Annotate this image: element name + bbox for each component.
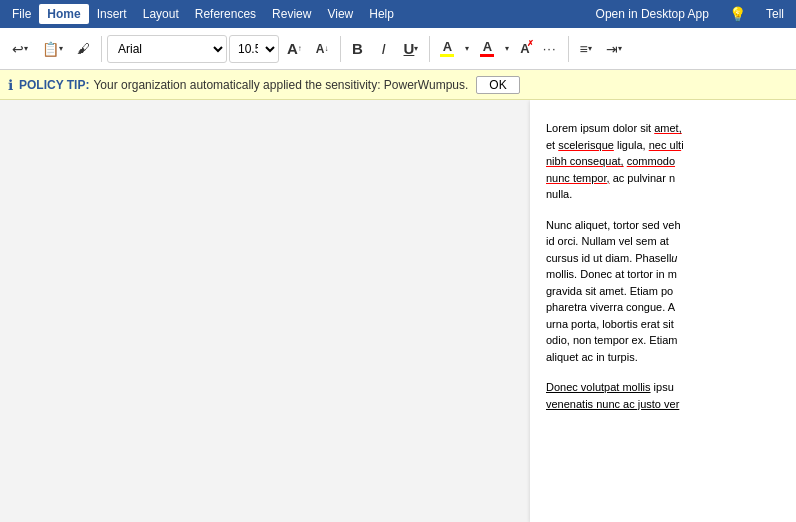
indent-button[interactable]: ⇥ ▾ xyxy=(600,34,628,64)
color-group: A ▾ A ▾ A✗ ··· xyxy=(435,34,562,64)
underline-dropdown[interactable]: ▾ xyxy=(414,44,418,53)
italic-button[interactable]: I xyxy=(372,34,396,64)
policy-tip-message: Your organization automatically applied … xyxy=(93,78,468,92)
underline-button[interactable]: U ▾ xyxy=(398,34,425,64)
font-color-letter-icon: A xyxy=(483,40,492,53)
clipboard-dropdown-icon[interactable]: ▾ xyxy=(59,44,63,53)
sep1 xyxy=(101,36,102,62)
toolbar: ↩ ▾ 📋 ▾ 🖌 Arial 10.5 A ↑ A ↓ B xyxy=(0,28,796,70)
menu-layout[interactable]: Layout xyxy=(135,4,187,24)
size-up-arrow: ↑ xyxy=(298,44,302,53)
menu-insert[interactable]: Insert xyxy=(89,4,135,24)
menu-home[interactable]: Home xyxy=(39,4,88,24)
list-button[interactable]: ≡ ▾ xyxy=(574,34,598,64)
bold-icon: B xyxy=(352,40,363,57)
text-cut1: i xyxy=(681,139,683,151)
bold-button[interactable]: B xyxy=(346,34,370,64)
clipboard-button[interactable]: 📋 ▾ xyxy=(36,34,69,64)
font-color-dropdown-button[interactable]: ▾ xyxy=(501,34,513,64)
policy-ok-button[interactable]: OK xyxy=(476,76,519,94)
underlined-text-commodo: commodo xyxy=(627,155,675,167)
menu-right-area: Open in Desktop App 💡 Tell xyxy=(588,3,792,25)
document-page[interactable]: Lorem ipsum dolor sit amet, et scelerisq… xyxy=(530,100,796,522)
highlight-chevron-icon: ▾ xyxy=(465,44,469,53)
tell-me-btn[interactable]: Tell xyxy=(758,4,792,24)
clear-format-button[interactable]: A✗ xyxy=(515,34,534,64)
menu-file[interactable]: File xyxy=(4,4,39,24)
document-area: Lorem ipsum dolor sit amet, et scelerisq… xyxy=(0,100,796,522)
sep4 xyxy=(568,36,569,62)
menu-bar: File Home Insert Layout References Revie… xyxy=(0,0,796,28)
more-icon: ··· xyxy=(543,41,557,56)
more-button[interactable]: ··· xyxy=(537,34,563,64)
underlined-donec: Donec volutpat mollis xyxy=(546,381,651,393)
undo-redo-group: ↩ ▾ 📋 ▾ 🖌 xyxy=(6,34,96,64)
undo-dropdown-icon[interactable]: ▾ xyxy=(24,44,28,53)
underlined-text-nec: nec ult xyxy=(649,139,681,151)
underline-icon: U xyxy=(404,40,415,57)
underlined-text-amet: amet, xyxy=(654,122,682,134)
underlined-text-nibh: nibh consequat, xyxy=(546,155,624,167)
indent-icon: ⇥ xyxy=(606,41,618,57)
menu-view[interactable]: View xyxy=(319,4,361,24)
size-down-arrow: ↓ xyxy=(325,44,329,53)
underlined-text-nunc: nunc tempor, xyxy=(546,172,610,184)
clear-format-icon: A✗ xyxy=(520,42,529,55)
clipboard-icon: 📋 xyxy=(42,41,59,57)
paragraph-1: Lorem ipsum dolor sit amet, et scelerisq… xyxy=(546,120,780,203)
sep2 xyxy=(340,36,341,62)
indent-dropdown[interactable]: ▾ xyxy=(618,44,622,53)
undo-button[interactable]: ↩ ▾ xyxy=(6,34,34,64)
highlight-dropdown-button[interactable]: ▾ xyxy=(461,34,473,64)
font-size-selector[interactable]: 10.5 xyxy=(229,35,279,63)
paragraph-2: Nunc aliquet, tortor sed veh id orci. Nu… xyxy=(546,217,780,366)
format-painter-button[interactable]: 🖌 xyxy=(71,34,96,64)
italic-icon: I xyxy=(381,40,385,57)
format-group: B I U ▾ xyxy=(346,34,425,64)
font-color-button[interactable]: A xyxy=(475,34,499,64)
menu-references[interactable]: References xyxy=(187,4,264,24)
format-painter-icon: 🖌 xyxy=(77,41,90,56)
font-size-increase-button[interactable]: A ↑ xyxy=(281,34,308,64)
highlight-letter-icon: A xyxy=(443,40,452,53)
list-icon: ≡ xyxy=(580,41,588,57)
list-dropdown[interactable]: ▾ xyxy=(588,44,592,53)
left-margin xyxy=(0,100,530,522)
underlined-text-scelerisque: scelerisque xyxy=(558,139,614,151)
size-increase-icon: A xyxy=(287,40,298,57)
highlight-color-button[interactable]: A xyxy=(435,34,459,64)
policy-tip-label: POLICY TIP: xyxy=(19,78,89,92)
paragraph-3: Donec volutpat mollis ipsu venenatis nun… xyxy=(546,379,780,412)
lightbulb-icon[interactable]: 💡 xyxy=(721,3,754,25)
highlight-color-bar xyxy=(440,54,454,57)
font-size-decrease-button[interactable]: A ↓ xyxy=(310,34,335,64)
size-decrease-icon: A xyxy=(316,42,325,56)
list-group: ≡ ▾ ⇥ ▾ xyxy=(574,34,628,64)
font-selector[interactable]: Arial xyxy=(107,35,227,63)
font-color-bar xyxy=(480,54,494,57)
open-desktop-btn[interactable]: Open in Desktop App xyxy=(588,4,717,24)
policy-tip-bar: ℹ POLICY TIP: Your organization automati… xyxy=(0,70,796,100)
menu-help[interactable]: Help xyxy=(361,4,402,24)
underlined-venenatis: venenatis nunc ac justo ver xyxy=(546,398,679,410)
font-group: Arial 10.5 A ↑ A ↓ xyxy=(107,34,335,64)
policy-info-icon: ℹ xyxy=(8,77,13,93)
undo-icon: ↩ xyxy=(12,41,24,57)
sep3 xyxy=(429,36,430,62)
menu-review[interactable]: Review xyxy=(264,4,319,24)
font-color-chevron-icon: ▾ xyxy=(505,44,509,53)
